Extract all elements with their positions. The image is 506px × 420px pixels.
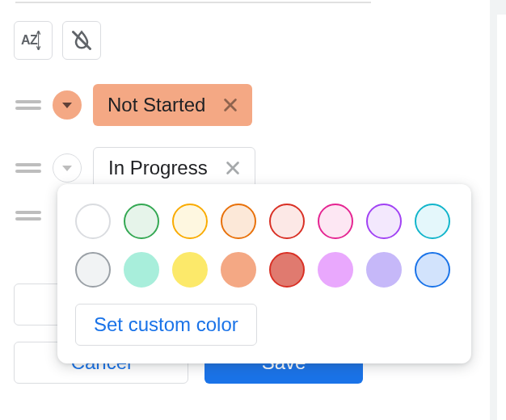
- drag-handle[interactable]: [15, 99, 41, 111]
- color-swatch[interactable]: [415, 204, 450, 239]
- color-swatch[interactable]: [172, 252, 208, 288]
- sort-az-button[interactable]: A Z: [14, 21, 53, 60]
- remove-status-button[interactable]: [222, 158, 243, 178]
- color-swatch[interactable]: [366, 252, 402, 288]
- color-swatch[interactable]: [318, 204, 353, 239]
- color-swatch[interactable]: [75, 204, 111, 239]
- remove-status-button[interactable]: [220, 94, 241, 116]
- color-dropdown-button[interactable]: [53, 90, 82, 120]
- color-picker-popover: Set custom color: [57, 184, 471, 363]
- right-rail-inner: [497, 15, 506, 420]
- color-dropdown-button[interactable]: [53, 153, 82, 183]
- color-swatch[interactable]: [221, 204, 256, 239]
- set-custom-color-label: Set custom color: [94, 313, 238, 336]
- close-icon: [221, 96, 239, 114]
- drag-handle[interactable]: [15, 210, 41, 221]
- chevron-down-icon: [62, 166, 72, 171]
- color-swatch-grid: [75, 204, 453, 288]
- color-swatch[interactable]: [269, 252, 305, 288]
- color-swatch[interactable]: [172, 204, 208, 239]
- color-swatch[interactable]: [75, 252, 111, 288]
- color-swatch[interactable]: [366, 204, 402, 239]
- color-swatch[interactable]: [124, 204, 159, 239]
- status-chip-in-progress[interactable]: In Progress: [93, 147, 255, 189]
- status-chip-label: In Progress: [108, 157, 208, 179]
- svg-text:Z: Z: [30, 33, 38, 47]
- set-custom-color-button[interactable]: Set custom color: [75, 304, 257, 346]
- drag-handle[interactable]: [15, 162, 41, 174]
- color-swatch[interactable]: [415, 252, 450, 288]
- color-off-button[interactable]: [62, 21, 101, 60]
- status-chip-not-started[interactable]: Not Started: [93, 84, 252, 126]
- status-chip-label: Not Started: [108, 94, 205, 116]
- color-swatch[interactable]: [269, 204, 305, 239]
- color-swatch[interactable]: [318, 252, 353, 288]
- color-swatch[interactable]: [124, 252, 159, 288]
- top-divider: [15, 2, 371, 3]
- color-swatch[interactable]: [221, 252, 256, 288]
- chevron-down-icon: [62, 103, 72, 108]
- close-icon: [224, 159, 242, 177]
